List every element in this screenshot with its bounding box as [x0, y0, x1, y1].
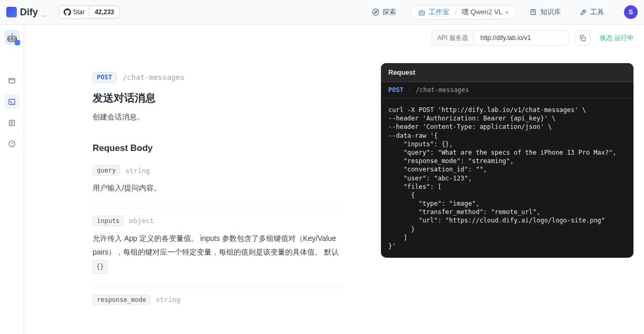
svg-point-4 [422, 13, 423, 13]
svg-rect-11 [9, 99, 15, 104]
nav-knowledge-label: 知识库 [540, 7, 561, 17]
param-inputs: inputs object 允许传入 App 定义的各变量值。 inputs 参… [93, 216, 345, 274]
avatar[interactable]: S [624, 5, 638, 19]
nav-studio-active[interactable]: 工作室 / 嘿 Qwen2 VL ▾ [410, 5, 516, 19]
top-header: Dify_ Star 42,233 探索 工作室 / 嘿 Qwen2 VL ▾ … [0, 0, 644, 25]
nav-explore-label: 探索 [383, 7, 396, 17]
gauge-icon [8, 140, 16, 148]
github-icon [64, 8, 71, 16]
svg-point-0 [373, 9, 379, 15]
github-count: 42,233 [89, 8, 119, 16]
code-body[interactable]: curl -X POST 'http://dify.lab.io/v1/chat… [381, 98, 633, 258]
svg-point-3 [420, 13, 421, 13]
api-server-url: http://dify.lab.io/v1 [474, 34, 569, 42]
status-indicator: 状态 运行中 [596, 34, 638, 43]
code-panel: Request POST · /chat-messages curl -X PO… [381, 63, 633, 258]
terminal-icon [8, 98, 16, 106]
nav-app-name: 嘿 Qwen2 VL [462, 7, 502, 17]
endpoint-path: /chat-messages [123, 73, 185, 82]
method-badge: POST [93, 72, 116, 83]
book-icon [530, 8, 537, 16]
param-type: object [129, 217, 154, 225]
left-sidebar: 🤖 [0, 25, 24, 334]
code-panel-title: Request [381, 63, 633, 82]
compass-icon [372, 8, 379, 16]
param-desc: 允许传入 App 定义的各变量值。 inputs 参数包含了多组键值对（Key/… [93, 231, 345, 274]
code-panel-sub: POST · /chat-messages [381, 82, 633, 98]
api-server-box: API 服务器 http://dify.lab.io/v1 [431, 30, 569, 46]
param-name: inputs [93, 216, 124, 226]
nav-studio-label: 工作室 [429, 7, 449, 17]
logo[interactable]: Dify_ [6, 7, 46, 18]
logo-text: Dify [20, 7, 38, 18]
sidebar-logs[interactable] [5, 115, 19, 130]
param-type: string [125, 167, 150, 175]
svg-marker-1 [375, 11, 377, 14]
param-desc: 用户输入/提问内容。 [93, 181, 345, 195]
default-chip: {} [93, 260, 107, 274]
bot-icon [418, 8, 426, 16]
sidebar-analytics[interactable] [5, 136, 19, 151]
chevron-down-icon[interactable]: ▾ [506, 9, 508, 15]
code-path: /chat-messages [416, 86, 469, 94]
app-badge-icon [15, 40, 20, 45]
list-icon [8, 119, 16, 127]
sidebar-api[interactable] [5, 94, 19, 109]
divider [93, 208, 345, 208]
svg-rect-8 [581, 37, 585, 41]
window-icon [8, 77, 16, 85]
nav-tools-label: 工具 [590, 7, 604, 17]
nav-knowledge[interactable]: 知识库 [525, 4, 566, 20]
api-toolbar: API 服务器 http://dify.lab.io/v1 状态 运行中 [24, 25, 644, 51]
svg-rect-9 [9, 78, 15, 83]
github-star-label: Star [73, 8, 85, 16]
nav-explore[interactable]: 探索 [367, 4, 401, 20]
param-query: query string 用户输入/提问内容。 [93, 165, 345, 195]
status-value: 运行中 [615, 34, 633, 43]
divider [93, 287, 345, 287]
hammer-icon [580, 8, 587, 16]
copy-icon [579, 34, 587, 42]
status-label: 状态 [600, 34, 612, 43]
sidebar-overview[interactable] [5, 73, 19, 88]
code-method: POST [388, 86, 404, 94]
dot-icon: · [408, 86, 411, 94]
param-type: string [156, 296, 180, 303]
api-server-label: API 服务器 [432, 31, 474, 45]
param-name: query [93, 165, 120, 176]
github-badge[interactable]: Star 42,233 [59, 5, 120, 19]
nav-tools[interactable]: 工具 [575, 4, 609, 20]
nav-separator: / [455, 8, 457, 16]
copy-button[interactable] [575, 30, 590, 46]
param-response-mode: response_mode string [93, 295, 345, 305]
svg-rect-2 [419, 11, 425, 15]
github-star-button[interactable]: Star [59, 6, 89, 18]
logo-icon [6, 7, 17, 17]
app-icon[interactable]: 🤖 [5, 30, 19, 45]
param-name: response_mode [93, 295, 150, 305]
